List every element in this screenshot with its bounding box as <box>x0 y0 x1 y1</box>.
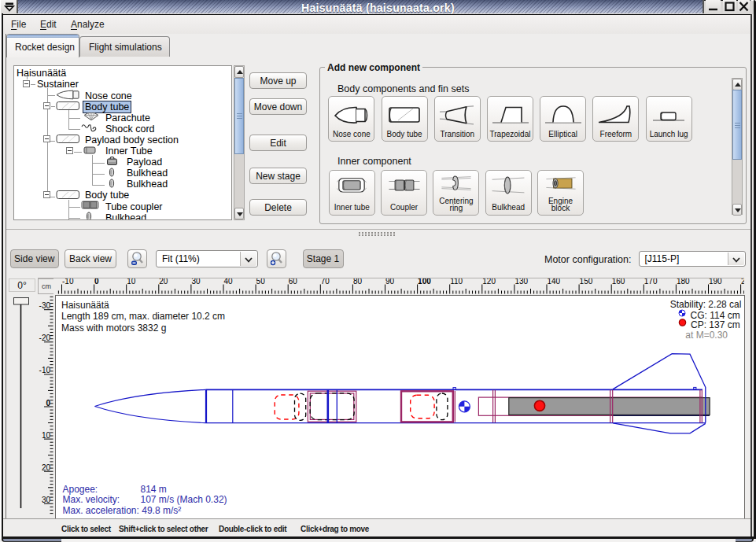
svg-text:-30: -30 <box>39 301 51 310</box>
svg-text:170: 170 <box>644 278 658 286</box>
svg-text:50: 50 <box>256 278 266 286</box>
svg-text:80: 80 <box>353 278 363 286</box>
svg-text:20: 20 <box>159 278 168 286</box>
svg-text:10: 10 <box>127 278 136 286</box>
svg-text:0: 0 <box>46 399 50 407</box>
svg-text:200: 200 <box>741 278 744 286</box>
svg-text:150: 150 <box>580 278 593 286</box>
svg-text:130: 130 <box>514 278 528 286</box>
svg-text:140: 140 <box>548 278 561 286</box>
svg-text:20: 20 <box>42 463 51 472</box>
svg-text:0: 0 <box>94 278 99 286</box>
svg-text:30: 30 <box>191 278 201 286</box>
svg-text:-20: -20 <box>39 334 51 342</box>
svg-text:90: 90 <box>385 278 395 286</box>
svg-text:120: 120 <box>482 278 496 286</box>
svg-text:-10: -10 <box>62 278 74 286</box>
svg-text:10: 10 <box>42 431 51 440</box>
svg-text:30: 30 <box>42 496 51 504</box>
svg-text:110: 110 <box>450 278 463 286</box>
svg-text:160: 160 <box>612 278 625 286</box>
svg-text:40: 40 <box>224 278 234 286</box>
svg-text:100: 100 <box>418 278 431 286</box>
svg-text:180: 180 <box>677 278 690 286</box>
svg-text:60: 60 <box>289 278 298 286</box>
svg-text:190: 190 <box>709 278 722 286</box>
svg-text:-10: -10 <box>39 366 51 374</box>
svg-text:70: 70 <box>321 278 330 286</box>
